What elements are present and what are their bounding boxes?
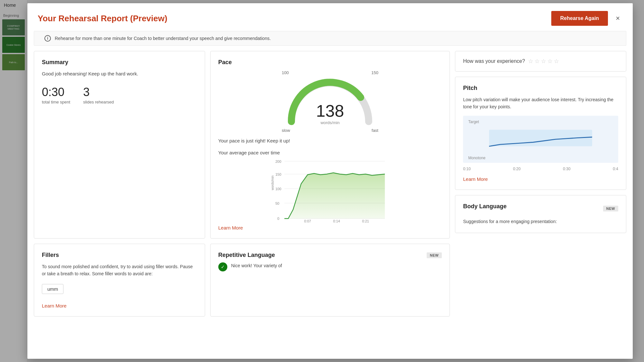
gauge-svg: 138 words/min [282, 76, 378, 128]
bottom-row: Fillers To sound more polished and confi… [34, 244, 626, 317]
star-1[interactable]: ☆ [528, 58, 533, 65]
summary-stats: 0:30 total time spent 3 slides rehearsed [42, 85, 197, 105]
pace-chart-title: Your average pace over time [218, 150, 442, 155]
body-language-new-badge: NEW [603, 206, 618, 211]
pace-learn-more[interactable]: Learn More [218, 225, 442, 230]
gauge-150-label: 150 [371, 70, 378, 75]
svg-text:138: 138 [316, 102, 344, 120]
modal-header: Your Rehearsal Report (Preview) Rehearse… [27, 3, 633, 31]
pitch-time-labels: 0:10 0:20 0:30 0:4 [463, 167, 618, 171]
filler-word-tag: umm [42, 284, 63, 294]
pace-chart-area: 200 150 100 50 0 words/min [218, 158, 442, 222]
pace-bottom-labels: slow fast [282, 128, 378, 133]
summary-message: Good job rehearsing! Keep up the hard wo… [42, 70, 197, 78]
pitch-card: Pitch Low pitch variation will make your… [455, 77, 626, 190]
fillers-card: Fillers To sound more polished and confi… [34, 244, 205, 317]
svg-text:0:07: 0:07 [304, 219, 311, 222]
svg-text:150: 150 [275, 172, 281, 176]
pitch-time-010: 0:10 [463, 167, 470, 171]
svg-text:words/min: words/min [320, 120, 339, 125]
body-language-card: Body Language NEW Suggestions for a more… [455, 195, 626, 233]
info-bar: i Rehearse for more than one minute for … [34, 31, 626, 46]
pace-chart-svg: 200 150 100 50 0 words/min [218, 158, 442, 222]
body-language-title: Body Language [463, 203, 507, 210]
rehearse-again-button[interactable]: Rehearse Again [551, 11, 608, 26]
svg-text:200: 200 [275, 160, 281, 163]
pace-fast-label: fast [372, 128, 378, 133]
svg-text:words/min: words/min [271, 175, 274, 191]
total-time-stat: 0:30 total time spent [42, 85, 70, 105]
slides-count-label: slides rehearsed [83, 100, 114, 104]
total-time-value: 0:30 [42, 85, 70, 99]
total-time-label: total time spent [42, 100, 70, 104]
experience-question: How was your experience? ☆ ☆ ☆ ☆ ☆ [463, 58, 618, 65]
gauge-100-label: 100 [282, 70, 289, 75]
repetitive-content: ✓ Nice work! Your variety of [218, 262, 442, 271]
repetitive-success-text: Nice work! Your variety of [231, 262, 282, 269]
svg-text:0:14: 0:14 [333, 219, 340, 222]
pitch-chart-svg [468, 126, 613, 152]
star-3[interactable]: ☆ [541, 58, 546, 65]
slides-count-value: 3 [83, 85, 114, 99]
pitch-monotone-label: Monotone [468, 156, 613, 160]
fillers-title: Fillers [42, 252, 197, 259]
modal-body[interactable]: Summary Good job rehearsing! Keep up the… [27, 51, 633, 359]
check-icon: ✓ [218, 262, 227, 271]
pace-title: Pace [218, 59, 442, 66]
summary-title: Summary [42, 59, 197, 66]
body-language-header: Body Language NEW [463, 203, 618, 214]
repetitive-new-badge: NEW [427, 252, 442, 258]
star-rating[interactable]: ☆ ☆ ☆ ☆ ☆ [528, 58, 559, 65]
info-text: Rehearse for more than one minute for Co… [55, 36, 271, 41]
info-icon: i [44, 35, 51, 42]
gauge-wrap: 138 words/min [282, 76, 378, 128]
pitch-time-030: 0:30 [563, 167, 570, 171]
bottom-right-placeholder [455, 244, 626, 317]
svg-text:50: 50 [275, 201, 279, 205]
repetitive-header: Repetitive Language NEW [218, 252, 442, 259]
modal-header-actions: Rehearse Again × [551, 11, 622, 26]
pitch-target-label: Target [468, 120, 613, 124]
star-5[interactable]: ☆ [554, 58, 559, 65]
repetitive-language-card: Repetitive Language NEW ✓ Nice work! You… [210, 244, 450, 317]
pitch-title: Pitch [463, 85, 618, 92]
svg-text:0: 0 [277, 217, 279, 220]
svg-text:0:21: 0:21 [362, 219, 369, 222]
pace-card: Pace 100 150 138 [210, 51, 450, 239]
close-button[interactable]: × [613, 13, 622, 24]
right-col: How was your experience? ☆ ☆ ☆ ☆ ☆ Pitch… [455, 51, 626, 239]
pace-slow-label: slow [282, 128, 290, 133]
svg-text:100: 100 [275, 187, 281, 191]
pace-gauge-container: 100 150 138 words/min [218, 70, 442, 133]
rehearsal-report-modal: Your Rehearsal Report (Preview) Rehearse… [27, 3, 633, 359]
star-2[interactable]: ☆ [535, 58, 540, 65]
slides-stat: 3 slides rehearsed [83, 85, 114, 105]
pitch-time-020: 0:20 [513, 167, 520, 171]
cards-grid: Summary Good job rehearsing! Keep up the… [34, 51, 626, 239]
body-language-description: Suggestions for a more engaging presenta… [463, 218, 618, 225]
fillers-learn-more[interactable]: Learn More [42, 303, 197, 308]
gauge-top-labels: 100 150 [282, 70, 378, 75]
modal-title: Your Rehearsal Report (Preview) [38, 14, 167, 24]
star-4[interactable]: ☆ [547, 58, 553, 65]
pitch-time-04x: 0:4 [613, 167, 618, 171]
pitch-learn-more[interactable]: Learn More [463, 176, 618, 182]
pitch-description: Low pitch variation will make your audie… [463, 96, 618, 111]
pace-message: Your pace is just right! Keep it up! [218, 138, 442, 143]
experience-card: How was your experience? ☆ ☆ ☆ ☆ ☆ [455, 51, 626, 72]
experience-text: How was your experience? [463, 58, 525, 64]
fillers-description: To sound more polished and confident, tr… [42, 263, 197, 278]
repetitive-title: Repetitive Language [218, 252, 275, 259]
summary-card: Summary Good job rehearsing! Keep up the… [34, 51, 205, 239]
pitch-chart-container: Target Monotone [463, 116, 618, 163]
